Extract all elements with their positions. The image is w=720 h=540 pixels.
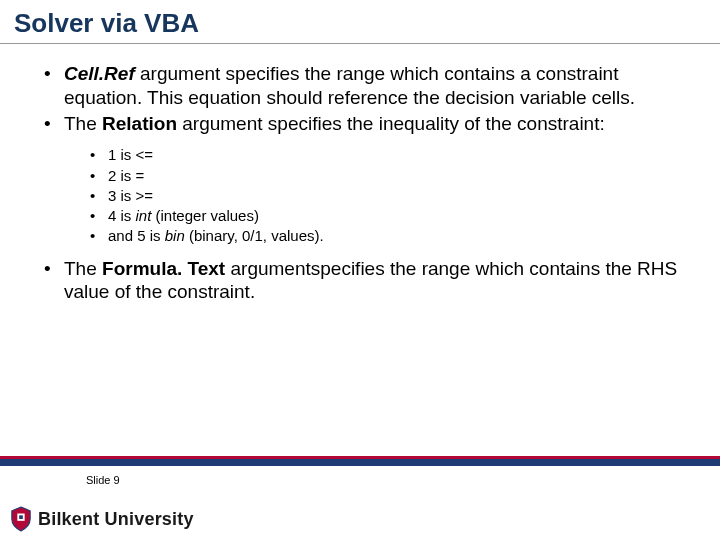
cellref-keyword: Cell.Ref (64, 63, 135, 84)
bullet-relation: The Relation argument specifies the ineq… (42, 112, 678, 247)
footer-accent-bars (0, 456, 720, 466)
university-name: Bilkent University (38, 509, 194, 530)
sub-bullet-list: 1 is <= 2 is = 3 is >= 4 is int (integer… (86, 145, 678, 246)
blue-bar (0, 459, 720, 466)
sub-2: 2 is = (86, 166, 678, 186)
formulatext-keyword: Formula. Text (102, 258, 225, 279)
bullet-cellref: Cell.Ref argument specifies the range wh… (42, 62, 678, 110)
sub4-post: (integer values) (151, 207, 259, 224)
formulatext-pre: The (64, 258, 102, 279)
relation-keyword: Relation (102, 113, 177, 134)
sub-5: and 5 is bin (binary, 0/1, values). (86, 226, 678, 246)
sub-3: 3 is >= (86, 186, 678, 206)
sub4-int: int (136, 207, 152, 224)
slide-number: Slide 9 (86, 474, 120, 486)
crest-icon (10, 506, 32, 532)
main-bullet-list: Cell.Ref argument specifies the range wh… (42, 62, 678, 304)
slide-title: Solver via VBA (14, 8, 706, 39)
sub-1: 1 is <= (86, 145, 678, 165)
cellref-text: argument specifies the range which conta… (64, 63, 635, 108)
university-logo-area: Bilkent University (10, 506, 194, 532)
sub5-bin: bin (165, 227, 185, 244)
slide-content: Cell.Ref argument specifies the range wh… (0, 44, 720, 304)
sub4-pre: 4 is (108, 207, 136, 224)
relation-text: argument specifies the inequality of the… (177, 113, 605, 134)
sub5-post: (binary, 0/1, values). (185, 227, 324, 244)
bullet-formulatext: The Formula. Text argumentspecifies the … (42, 257, 678, 305)
svg-rect-1 (19, 515, 23, 519)
relation-pre: The (64, 113, 102, 134)
sub-4: 4 is int (integer values) (86, 206, 678, 226)
sub5-pre: and 5 is (108, 227, 165, 244)
title-bar: Solver via VBA (0, 0, 720, 44)
